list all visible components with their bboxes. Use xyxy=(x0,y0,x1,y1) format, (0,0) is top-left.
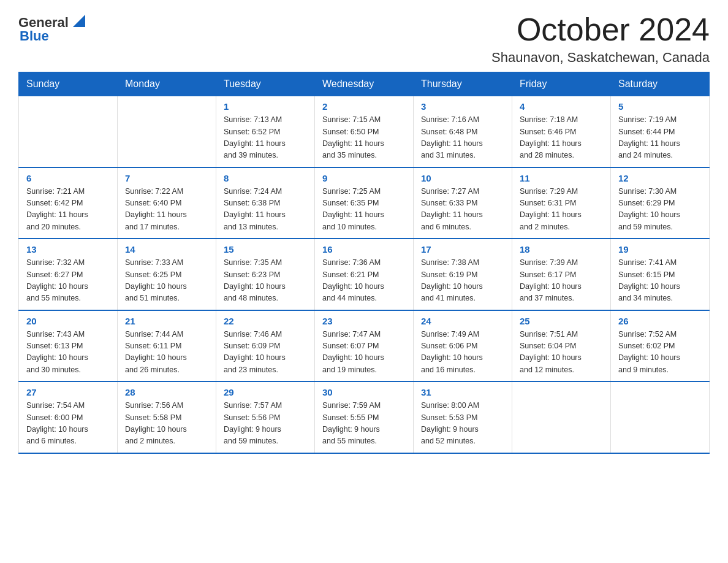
day-info: Sunrise: 7:33 AM Sunset: 6:25 PM Dayligh… xyxy=(125,257,208,305)
day-info: Sunrise: 7:15 AM Sunset: 6:50 PM Dayligh… xyxy=(322,114,406,162)
day-info: Sunrise: 7:49 AM Sunset: 6:06 PM Dayligh… xyxy=(421,329,504,377)
day-number: 21 xyxy=(125,316,208,326)
day-info: Sunrise: 7:13 AM Sunset: 6:52 PM Dayligh… xyxy=(224,114,307,162)
day-number: 13 xyxy=(26,244,110,255)
calendar-cell: 11Sunrise: 7:29 AM Sunset: 6:31 PM Dayli… xyxy=(512,167,611,239)
calendar-cell: 17Sunrise: 7:38 AM Sunset: 6:19 PM Dayli… xyxy=(414,239,512,310)
calendar-cell xyxy=(118,96,216,167)
calendar-cell: 6Sunrise: 7:21 AM Sunset: 6:42 PM Daylig… xyxy=(19,167,118,239)
header-sunday: Sunday xyxy=(19,72,118,96)
day-info: Sunrise: 7:56 AM Sunset: 5:58 PM Dayligh… xyxy=(125,400,208,448)
day-info: Sunrise: 7:54 AM Sunset: 6:00 PM Dayligh… xyxy=(26,400,110,448)
header-thursday: Thursday xyxy=(414,72,512,96)
calendar-cell: 12Sunrise: 7:30 AM Sunset: 6:29 PM Dayli… xyxy=(611,167,710,239)
day-number: 12 xyxy=(618,173,702,183)
calendar-cell: 26Sunrise: 7:52 AM Sunset: 6:02 PM Dayli… xyxy=(611,310,710,382)
day-number: 31 xyxy=(421,387,504,397)
day-number: 11 xyxy=(520,173,603,183)
calendar-cell: 16Sunrise: 7:36 AM Sunset: 6:21 PM Dayli… xyxy=(315,239,414,310)
day-info: Sunrise: 7:51 AM Sunset: 6:04 PM Dayligh… xyxy=(520,329,603,377)
day-number: 24 xyxy=(421,316,504,326)
day-number: 30 xyxy=(322,387,406,397)
logo-blue-text: Blue xyxy=(20,28,49,44)
day-info: Sunrise: 7:27 AM Sunset: 6:33 PM Dayligh… xyxy=(421,186,504,234)
title-section: October 2024 Shaunavon, Saskatchewan, Ca… xyxy=(491,12,710,66)
header-saturday: Saturday xyxy=(611,72,710,96)
header-wednesday: Wednesday xyxy=(315,72,414,96)
day-info: Sunrise: 7:36 AM Sunset: 6:21 PM Dayligh… xyxy=(322,257,406,305)
calendar-header: SundayMondayTuesdayWednesdayThursdayFrid… xyxy=(19,72,710,96)
day-info: Sunrise: 7:24 AM Sunset: 6:38 PM Dayligh… xyxy=(224,186,307,234)
day-info: Sunrise: 7:35 AM Sunset: 6:23 PM Dayligh… xyxy=(224,257,307,305)
calendar-cell: 21Sunrise: 7:44 AM Sunset: 6:11 PM Dayli… xyxy=(118,310,216,382)
day-number: 14 xyxy=(125,244,208,255)
calendar-cell: 15Sunrise: 7:35 AM Sunset: 6:23 PM Dayli… xyxy=(216,239,315,310)
calendar-cell: 14Sunrise: 7:33 AM Sunset: 6:25 PM Dayli… xyxy=(118,239,216,310)
calendar-cell: 10Sunrise: 7:27 AM Sunset: 6:33 PM Dayli… xyxy=(414,167,512,239)
calendar-cell: 18Sunrise: 7:39 AM Sunset: 6:17 PM Dayli… xyxy=(512,239,611,310)
day-number: 4 xyxy=(520,101,603,112)
calendar-table: SundayMondayTuesdayWednesdayThursdayFrid… xyxy=(18,72,710,454)
day-number: 6 xyxy=(26,173,110,183)
day-number: 27 xyxy=(26,387,110,397)
day-number: 18 xyxy=(520,244,603,255)
day-info: Sunrise: 7:41 AM Sunset: 6:15 PM Dayligh… xyxy=(618,257,702,305)
day-info: Sunrise: 7:46 AM Sunset: 6:09 PM Dayligh… xyxy=(224,329,307,377)
day-number: 1 xyxy=(224,101,307,112)
day-number: 25 xyxy=(520,316,603,326)
day-number: 22 xyxy=(224,316,307,326)
day-number: 20 xyxy=(26,316,110,326)
day-number: 16 xyxy=(322,244,406,255)
day-number: 8 xyxy=(224,173,307,183)
calendar-cell: 23Sunrise: 7:47 AM Sunset: 6:07 PM Dayli… xyxy=(315,310,414,382)
calendar-cell: 22Sunrise: 7:46 AM Sunset: 6:09 PM Dayli… xyxy=(216,310,315,382)
calendar-cell: 3Sunrise: 7:16 AM Sunset: 6:48 PM Daylig… xyxy=(414,96,512,167)
day-number: 15 xyxy=(224,244,307,255)
svg-marker-0 xyxy=(73,15,85,27)
day-info: Sunrise: 7:39 AM Sunset: 6:17 PM Dayligh… xyxy=(520,257,603,305)
calendar-cell: 9Sunrise: 7:25 AM Sunset: 6:35 PM Daylig… xyxy=(315,167,414,239)
day-info: Sunrise: 7:52 AM Sunset: 6:02 PM Dayligh… xyxy=(618,329,702,377)
day-number: 9 xyxy=(322,173,406,183)
calendar-cell: 8Sunrise: 7:24 AM Sunset: 6:38 PM Daylig… xyxy=(216,167,315,239)
day-number: 29 xyxy=(224,387,307,397)
calendar-cell: 5Sunrise: 7:19 AM Sunset: 6:44 PM Daylig… xyxy=(611,96,710,167)
day-info: Sunrise: 7:30 AM Sunset: 6:29 PM Dayligh… xyxy=(618,186,702,234)
calendar-cell: 7Sunrise: 7:22 AM Sunset: 6:40 PM Daylig… xyxy=(118,167,216,239)
day-number: 7 xyxy=(125,173,208,183)
day-number: 28 xyxy=(125,387,208,397)
day-info: Sunrise: 7:22 AM Sunset: 6:40 PM Dayligh… xyxy=(125,186,208,234)
day-info: Sunrise: 7:32 AM Sunset: 6:27 PM Dayligh… xyxy=(26,257,110,305)
page-header: General Blue October 2024 Shaunavon, Sas… xyxy=(18,12,710,66)
calendar-cell: 27Sunrise: 7:54 AM Sunset: 6:00 PM Dayli… xyxy=(19,381,118,453)
day-info: Sunrise: 7:16 AM Sunset: 6:48 PM Dayligh… xyxy=(421,114,504,162)
calendar-week-1: 1Sunrise: 7:13 AM Sunset: 6:52 PM Daylig… xyxy=(19,96,710,167)
day-info: Sunrise: 7:25 AM Sunset: 6:35 PM Dayligh… xyxy=(322,186,406,234)
day-info: Sunrise: 7:59 AM Sunset: 5:55 PM Dayligh… xyxy=(322,400,406,448)
calendar-cell: 30Sunrise: 7:59 AM Sunset: 5:55 PM Dayli… xyxy=(315,381,414,453)
header-friday: Friday xyxy=(512,72,611,96)
day-info: Sunrise: 7:21 AM Sunset: 6:42 PM Dayligh… xyxy=(26,186,110,234)
calendar-cell: 4Sunrise: 7:18 AM Sunset: 6:46 PM Daylig… xyxy=(512,96,611,167)
day-info: Sunrise: 7:19 AM Sunset: 6:44 PM Dayligh… xyxy=(618,114,702,162)
day-header-row: SundayMondayTuesdayWednesdayThursdayFrid… xyxy=(19,72,710,96)
location-title: Shaunavon, Saskatchewan, Canada xyxy=(491,50,710,66)
day-info: Sunrise: 8:00 AM Sunset: 5:53 PM Dayligh… xyxy=(421,400,504,448)
calendar-week-2: 6Sunrise: 7:21 AM Sunset: 6:42 PM Daylig… xyxy=(19,167,710,239)
calendar-cell: 24Sunrise: 7:49 AM Sunset: 6:06 PM Dayli… xyxy=(414,310,512,382)
day-info: Sunrise: 7:57 AM Sunset: 5:56 PM Dayligh… xyxy=(224,400,307,448)
calendar-cell: 19Sunrise: 7:41 AM Sunset: 6:15 PM Dayli… xyxy=(611,239,710,310)
calendar-week-4: 20Sunrise: 7:43 AM Sunset: 6:13 PM Dayli… xyxy=(19,310,710,382)
calendar-cell: 1Sunrise: 7:13 AM Sunset: 6:52 PM Daylig… xyxy=(216,96,315,167)
calendar-body: 1Sunrise: 7:13 AM Sunset: 6:52 PM Daylig… xyxy=(19,96,710,453)
day-number: 17 xyxy=(421,244,504,255)
calendar-week-5: 27Sunrise: 7:54 AM Sunset: 6:00 PM Dayli… xyxy=(19,381,710,453)
day-number: 3 xyxy=(421,101,504,112)
calendar-cell: 20Sunrise: 7:43 AM Sunset: 6:13 PM Dayli… xyxy=(19,310,118,382)
header-monday: Monday xyxy=(118,72,216,96)
day-number: 2 xyxy=(322,101,406,112)
header-tuesday: Tuesday xyxy=(216,72,315,96)
calendar-cell: 31Sunrise: 8:00 AM Sunset: 5:53 PM Dayli… xyxy=(414,381,512,453)
day-number: 5 xyxy=(618,101,702,112)
day-info: Sunrise: 7:29 AM Sunset: 6:31 PM Dayligh… xyxy=(520,186,603,234)
